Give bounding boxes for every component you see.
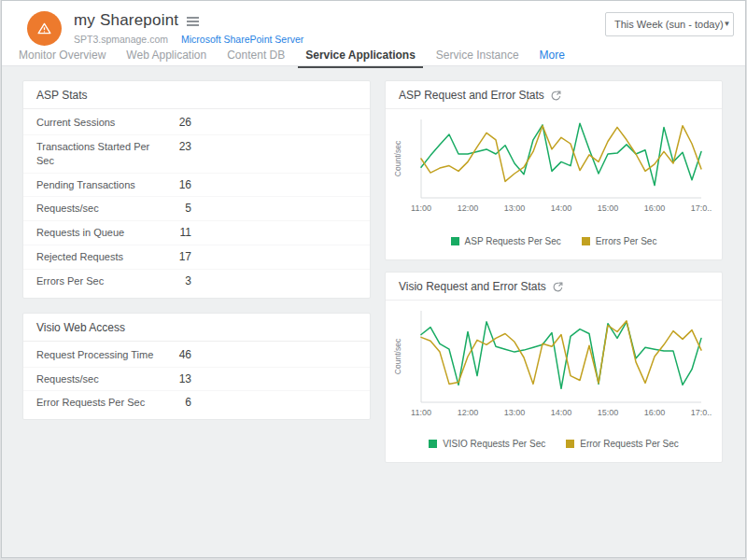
x-tick: 11:00: [411, 203, 431, 213]
time-range-value: This Week (sun - today): [614, 19, 724, 30]
series-line: [421, 123, 701, 185]
stat-value: 6: [160, 396, 191, 409]
stat-label: Requests/sec: [36, 202, 160, 216]
y-axis-label: Count/sec: [393, 338, 402, 374]
asp-stats-panel: ASP Stats Current Sessions26Transactions…: [22, 80, 371, 299]
stat-value: 11: [160, 226, 191, 239]
stat-row: Errors Per Sec3: [23, 270, 370, 293]
tab-service-applications[interactable]: Service Applications: [298, 49, 423, 68]
stat-rows: Request Processing Time46Requests/sec13E…: [23, 342, 370, 420]
legend-item[interactable]: ASP Requests Per Sec: [451, 236, 561, 246]
right-column: ASP Request and Error Stats Count/sec11:…: [385, 80, 723, 463]
chart-title: Visio Request and Error Stats: [399, 280, 546, 293]
page-title: my Sharepoint: [74, 11, 178, 30]
legend-swatch: [451, 237, 459, 245]
left-column: ASP Stats Current Sessions26Transactions…: [22, 80, 371, 463]
legend-item[interactable]: Errors Per Sec: [582, 236, 657, 246]
stat-row: Pending Transactions16: [23, 174, 370, 198]
header: my Sharepoint SPT3.spmanage.com Microsof…: [2, 1, 745, 66]
x-tick: 13:00: [504, 408, 526, 417]
series-line: [421, 321, 701, 385]
tab-web-application[interactable]: Web Application: [119, 49, 214, 68]
chevron-down-icon: ▼: [724, 21, 731, 28]
external-link-icon[interactable]: [551, 91, 561, 101]
x-tick: 14:00: [551, 408, 572, 417]
stat-label: Pending Transactions: [36, 178, 160, 192]
chart-area: Count/sec11:0012:0013:0014:0015:0016:001…: [386, 301, 722, 426]
x-tick: 12:00: [458, 203, 479, 213]
x-tick: 16:00: [644, 203, 666, 213]
series-line: [421, 322, 701, 389]
time-range-select[interactable]: This Week (sun - today) ▼: [605, 12, 734, 36]
tab-monitor-overview[interactable]: Monitor Overview: [11, 49, 113, 68]
y-axis-label: Count/sec: [393, 140, 402, 176]
stat-label: Current Sessions: [36, 116, 160, 130]
stat-value: 16: [160, 178, 191, 191]
legend-item[interactable]: Error Requests Per Sec: [566, 439, 679, 449]
stat-row: Rejected Requests17: [23, 245, 370, 270]
x-tick: 17:0..: [691, 203, 712, 213]
legend-item[interactable]: VISIO Requests Per Sec: [429, 439, 545, 449]
external-link-icon[interactable]: [553, 282, 563, 292]
warning-triangle-icon: [35, 20, 53, 37]
stat-value: 46: [160, 348, 191, 361]
stat-label: Error Requests Per Sec: [36, 396, 160, 410]
stat-row: Requests/sec13: [23, 368, 370, 392]
stat-value: 13: [160, 372, 191, 385]
x-tick: 17:0..: [691, 408, 712, 417]
legend-label: ASP Requests Per Sec: [465, 236, 561, 246]
x-tick: 13:00: [504, 203, 526, 213]
hamburger-menu-icon[interactable]: [187, 15, 199, 26]
x-tick: 14:00: [551, 203, 572, 213]
monitor-host: SPT3.spmanage.com: [74, 34, 168, 45]
chart-title: ASP Request and Error Stats: [399, 89, 544, 102]
stat-value: 23: [160, 140, 191, 153]
tab-bar: Monitor OverviewWeb ApplicationContent D…: [2, 46, 745, 68]
x-tick: 15:00: [598, 408, 619, 417]
stat-row: Error Requests Per Sec6: [23, 391, 370, 414]
stat-row: Requests/sec5: [23, 197, 370, 221]
stat-label: Transactions Started Per Sec: [36, 140, 160, 168]
legend-swatch: [566, 440, 574, 448]
panel-title: ASP Stats: [36, 89, 87, 102]
stat-label: Request Processing Time: [36, 348, 160, 362]
tab-service-instance[interactable]: Service Instance: [429, 49, 527, 68]
stat-label: Requests/sec: [36, 372, 160, 386]
visio-chart-panel: Visio Request and Error Stats Count/sec1…: [385, 272, 723, 463]
legend-label: Error Requests Per Sec: [580, 439, 679, 449]
stat-value: 17: [160, 250, 191, 263]
chart-canvas[interactable]: Count/sec11:0012:0013:0014:0015:0016:001…: [391, 113, 716, 217]
monitor-type-link[interactable]: Microsoft SharePoint Server: [181, 34, 303, 45]
stat-value: 26: [160, 116, 191, 129]
stat-row: Current Sessions26: [23, 111, 370, 135]
stat-label: Rejected Requests: [36, 250, 160, 264]
chart-legend: VISIO Requests Per SecError Requests Per…: [386, 426, 722, 462]
x-tick: 12:00: [458, 408, 479, 417]
legend-swatch: [429, 440, 437, 448]
stat-row: Requests in Queue11: [23, 221, 370, 245]
stat-value: 5: [160, 202, 191, 215]
stat-row: Request Processing Time46: [23, 343, 370, 368]
stat-label: Requests in Queue: [36, 226, 160, 240]
stat-rows: Current Sessions26Transactions Started P…: [23, 109, 370, 298]
stat-label: Errors Per Sec: [36, 274, 160, 288]
x-tick: 15:00: [598, 203, 619, 213]
tab-more[interactable]: More: [532, 49, 572, 68]
stat-value: 3: [160, 274, 191, 287]
tab-content-db[interactable]: Content DB: [219, 49, 292, 68]
monitor-logo: [27, 11, 62, 46]
legend-label: VISIO Requests Per Sec: [443, 439, 545, 449]
content-area: ASP Stats Current Sessions26Transactions…: [2, 66, 745, 463]
visio-web-access-panel: Visio Web Access Request Processing Time…: [22, 313, 371, 421]
legend-label: Errors Per Sec: [596, 236, 657, 246]
chart-area: Count/sec11:0012:0013:0014:0015:0016:001…: [386, 109, 722, 221]
x-tick: 16:00: [644, 408, 666, 417]
chart-canvas[interactable]: Count/sec11:0012:0013:0014:0015:0016:001…: [391, 304, 716, 422]
app-window: my Sharepoint SPT3.spmanage.com Microsof…: [1, 0, 746, 558]
asp-chart-panel: ASP Request and Error Stats Count/sec11:…: [385, 80, 723, 260]
legend-swatch: [582, 237, 590, 245]
panel-title: Visio Web Access: [36, 321, 125, 334]
chart-legend: ASP Requests Per SecErrors Per Sec: [386, 221, 722, 259]
x-tick: 11:00: [411, 408, 431, 417]
stat-row: Transactions Started Per Sec23: [23, 135, 370, 174]
